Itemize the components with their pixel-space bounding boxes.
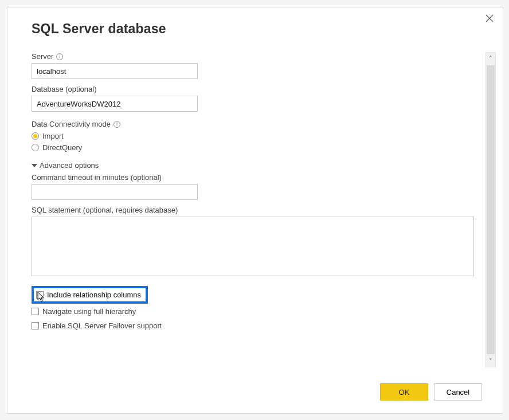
radio-import[interactable]	[32, 132, 39, 140]
sql-server-database-dialog: SQL Server database Server i Database (o…	[7, 7, 503, 414]
command-timeout-label: Command timeout in minutes (optional)	[32, 173, 162, 182]
scroll-down-icon[interactable]: ˅	[486, 355, 495, 367]
include-relationship-highlight: Include relationship columns	[32, 286, 148, 304]
advanced-options-expander[interactable]: Advanced options	[32, 161, 477, 170]
dialog-body: Server i Database (optional) Data Connec…	[32, 52, 477, 367]
cancel-button[interactable]: Cancel	[434, 383, 482, 401]
database-field: Database (optional)	[32, 85, 477, 112]
navigate-hierarchy-row[interactable]: Navigate using full hierarchy	[32, 307, 477, 316]
vertical-scrollbar[interactable]: ˄ ˅	[485, 52, 496, 367]
database-input[interactable]	[32, 96, 198, 112]
advanced-options-label: Advanced options	[40, 161, 99, 170]
close-icon[interactable]	[485, 14, 494, 24]
connectivity-label: Data Connectivity mode	[32, 120, 111, 128]
radio-directquery-row[interactable]: DirectQuery	[32, 143, 477, 152]
scrollbar-thumb[interactable]	[487, 65, 495, 354]
include-relationship-label: Include relationship columns	[47, 291, 141, 299]
server-label: Server	[32, 52, 53, 61]
info-icon[interactable]: i	[56, 53, 63, 60]
server-field: Server i	[32, 52, 477, 79]
failover-row[interactable]: Enable SQL Server Failover support	[32, 321, 477, 330]
database-label: Database (optional)	[32, 85, 96, 93]
info-icon[interactable]: i	[113, 121, 120, 128]
sql-statement-input[interactable]	[32, 217, 474, 276]
sql-statement-label: SQL statement (optional, requires databa…	[32, 206, 178, 214]
radio-directquery[interactable]	[32, 144, 39, 151]
navigate-hierarchy-checkbox[interactable]	[32, 308, 39, 315]
radio-import-label: Import	[42, 132, 64, 140]
radio-directquery-label: DirectQuery	[42, 143, 82, 152]
include-relationship-checkbox[interactable]	[36, 291, 44, 299]
failover-label: Enable SQL Server Failover support	[42, 321, 162, 330]
failover-checkbox[interactable]	[32, 322, 39, 329]
radio-import-row[interactable]: Import	[32, 132, 477, 140]
scroll-up-icon[interactable]: ˄	[486, 53, 495, 64]
command-timeout-field: Command timeout in minutes (optional)	[32, 173, 477, 200]
dialog-title: SQL Server database	[32, 21, 482, 37]
dialog-footer: OK Cancel	[380, 383, 482, 401]
ok-button[interactable]: OK	[380, 383, 428, 401]
command-timeout-input[interactable]	[32, 184, 198, 200]
server-input[interactable]	[32, 63, 198, 79]
caret-down-icon	[32, 164, 37, 167]
navigate-hierarchy-label: Navigate using full hierarchy	[42, 307, 136, 316]
sql-statement-field: SQL statement (optional, requires databa…	[32, 206, 477, 278]
